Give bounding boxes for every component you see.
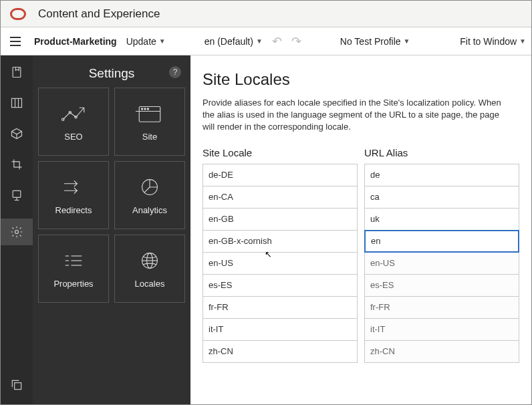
caret-down-icon: ▼ [404, 37, 410, 45]
col-url-alias-header: URL Alias [364, 147, 519, 158]
app-header: Content and Experience [1, 1, 531, 27]
tile-redirects[interactable]: Redirects [38, 161, 109, 229]
locale-cell: en-GB-x-cornish [203, 230, 358, 253]
test-profile-label: No Test Profile [340, 36, 401, 47]
svg-rect-0 [13, 68, 21, 78]
toolbar: Product-Marketing Update ▼ en (Default) … [1, 27, 531, 55]
locale-cell: zh-CN [203, 340, 358, 363]
content-area: Site Locales Provide aliases for each lo… [190, 55, 531, 404]
alias-cell[interactable] [364, 208, 519, 231]
svg-point-8 [15, 231, 19, 234]
locale-cell: en-US [203, 252, 358, 275]
tile-label: Site [142, 132, 157, 142]
redo-button[interactable]: ↷ [291, 34, 301, 49]
alias-cell[interactable] [364, 230, 519, 253]
main-area: Settings ? SEOSiteRedirectsAnalyticsProp… [1, 55, 531, 404]
caret-down-icon: ▼ [519, 37, 526, 45]
tile-label: Analytics [132, 205, 167, 215]
svg-rect-5 [13, 190, 21, 197]
alias-cell: zh-CN [364, 340, 519, 363]
locale-cell: de-DE [203, 164, 358, 186]
locale-cell: en-GB [203, 208, 358, 231]
locale-cell: it-IT [203, 318, 358, 341]
language-dropdown[interactable]: en (Default) ▼ [205, 36, 263, 47]
undo-button[interactable]: ↶ [272, 34, 282, 49]
alias-cell: es-ES [364, 274, 519, 297]
svg-point-15 [141, 108, 142, 109]
rail-assets-icon[interactable] [9, 126, 24, 141]
tile-locales[interactable]: Locales [114, 235, 185, 303]
alias-cell: en-US [364, 252, 519, 275]
alias-cell[interactable] [364, 164, 519, 186]
menu-button[interactable] [6, 32, 25, 51]
fit-window-label: Fit to Window [460, 36, 517, 47]
locale-cell: es-ES [203, 274, 358, 297]
alias-cell: it-IT [364, 318, 519, 341]
app-title: Content and Experience [38, 7, 160, 21]
update-dropdown[interactable]: Update ▼ [126, 36, 166, 47]
oracle-logo-icon [10, 8, 26, 20]
locale-cell: en-CA [203, 186, 358, 209]
alias-input[interactable] [370, 192, 513, 202]
language-label: en (Default) [205, 36, 253, 47]
rail-settings-icon[interactable] [1, 219, 33, 245]
rail-layout-icon[interactable] [9, 96, 24, 110]
alias-input[interactable] [371, 236, 513, 246]
left-rail [1, 55, 33, 404]
alias-input[interactable] [370, 214, 513, 224]
settings-panel: Settings ? SEOSiteRedirectsAnalyticsProp… [33, 55, 190, 404]
svg-line-18 [74, 183, 77, 186]
caret-down-icon: ▼ [256, 37, 263, 45]
rail-copy-icon[interactable] [9, 378, 24, 392]
tile-label: SEO [64, 132, 82, 142]
fit-window-dropdown[interactable]: Fit to Window ▼ [460, 36, 526, 47]
page-title: Site Locales [203, 70, 519, 89]
test-profile-dropdown[interactable]: No Test Profile ▼ [340, 36, 410, 47]
svg-line-19 [74, 187, 77, 190]
help-icon[interactable]: ? [169, 66, 181, 78]
svg-rect-9 [15, 383, 21, 390]
alias-cell[interactable] [364, 186, 519, 209]
settings-title: Settings [89, 66, 135, 81]
update-label: Update [126, 36, 156, 47]
alias-input[interactable] [370, 170, 513, 180]
caret-down-icon: ▼ [159, 37, 166, 45]
tile-site[interactable]: Site [114, 88, 185, 156]
tile-analytics[interactable]: Analytics [114, 161, 185, 229]
locale-cell: fr-FR [203, 296, 358, 319]
tile-label: Redirects [55, 205, 92, 215]
page-description: Provide aliases for each locale specifie… [203, 97, 510, 134]
rail-preview-icon[interactable] [9, 188, 24, 202]
svg-point-17 [147, 108, 148, 109]
alias-cell: fr-FR [364, 296, 519, 319]
rail-pages-icon[interactable] [9, 65, 24, 80]
col-site-locale-header: Site Locale [203, 147, 358, 158]
tile-label: Properties [53, 279, 93, 289]
site-name-label: Product-Marketing [34, 36, 117, 47]
site-name-dropdown[interactable]: Product-Marketing [34, 36, 117, 47]
rail-crop-icon[interactable] [9, 157, 24, 172]
tile-properties[interactable]: Properties [38, 235, 109, 303]
tile-seo[interactable]: SEO [38, 88, 109, 156]
svg-point-16 [144, 108, 146, 109]
tile-label: Locales [135, 279, 165, 289]
svg-rect-1 [12, 98, 22, 107]
